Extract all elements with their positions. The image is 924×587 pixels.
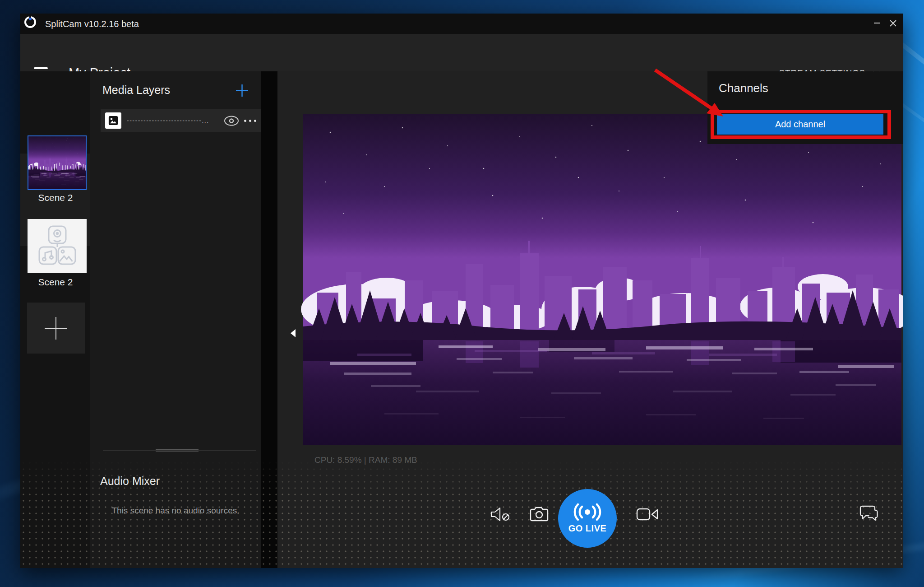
audio-mixer-title: Audio Mixer: [100, 475, 160, 488]
layer-type-image-icon: [105, 112, 121, 129]
plus-icon: [44, 316, 68, 340]
channels-panel: Channels Add channel: [707, 71, 903, 144]
close-icon: [890, 20, 896, 27]
window-title: SplitCam v10.2.16 beta: [45, 19, 139, 29]
close-button[interactable]: [885, 14, 901, 33]
camera-icon: [529, 505, 549, 522]
layer-menu-button[interactable]: [244, 120, 256, 122]
mute-speaker-button[interactable]: [490, 506, 511, 524]
collapse-panel-arrow-icon[interactable]: [286, 329, 296, 337]
go-live-button[interactable]: GO LIVE: [558, 489, 617, 548]
layer-visibility-toggle[interactable]: [223, 115, 240, 126]
panel-separator: [261, 71, 277, 568]
add-layer-button[interactable]: [236, 84, 248, 98]
layer-name: ---------------------------...: [127, 117, 222, 124]
scene-1-label: Scene 2: [20, 192, 92, 203]
eye-icon: [223, 115, 240, 126]
bottom-controls: GO LIVE: [277, 489, 903, 568]
scene-1-preview-image: [28, 136, 86, 189]
title-bar: SplitCam v10.2.16 beta: [20, 14, 903, 34]
minimize-button[interactable]: [869, 14, 884, 33]
scene-placeholder-icon: [34, 223, 81, 270]
hamburger-icon: [34, 67, 48, 69]
plus-icon: [236, 84, 248, 97]
splitcam-logo-icon: [24, 16, 36, 28]
performance-stats: CPU: 8.59% | RAM: 89 MB: [314, 455, 417, 465]
ellipsis-icon: [244, 120, 246, 122]
broadcast-icon: [570, 503, 605, 521]
add-channel-button[interactable]: Add channel: [717, 114, 883, 135]
scene-thumbnail-2[interactable]: [28, 219, 87, 273]
channels-title: Channels: [719, 81, 768, 95]
add-scene-button[interactable]: [27, 303, 85, 354]
annotation-highlight-box: Add channel: [711, 110, 891, 139]
audio-mixer-empty-message: This scene has no audio sources.: [90, 506, 261, 516]
media-layers-panel: Media Layers ---------------------------…: [90, 71, 261, 568]
media-layer-row[interactable]: ---------------------------...: [101, 109, 261, 132]
webcam-button[interactable]: [636, 507, 659, 523]
media-layers-title: Media Layers: [102, 84, 170, 97]
scene-2-label: Scene 2: [20, 277, 92, 288]
snapshot-button[interactable]: [529, 505, 549, 524]
video-preview-canvas[interactable]: [303, 114, 901, 445]
go-live-label: GO LIVE: [568, 523, 607, 534]
minimize-icon: [874, 23, 880, 23]
chat-button[interactable]: [859, 505, 879, 524]
preview-cityscape-image: [303, 114, 901, 445]
video-camera-icon: [636, 507, 659, 522]
panel-splitter-handle[interactable]: [103, 448, 256, 452]
splitcam-window: SplitCam v10.2.16 beta My Project STREAM…: [20, 14, 903, 568]
chat-bubbles-icon: [859, 505, 879, 522]
speaker-muted-icon: [490, 506, 511, 522]
drag-grip: [156, 449, 199, 450]
app-header: My Project STREAM SETTINGS: [20, 34, 903, 71]
scene-thumbnail-1[interactable]: [28, 135, 87, 190]
main-preview-area: CPU: 8.59% | RAM: 89 MB: [277, 71, 903, 568]
scenes-sidebar: Scene 2 Scene 2: [20, 71, 90, 568]
